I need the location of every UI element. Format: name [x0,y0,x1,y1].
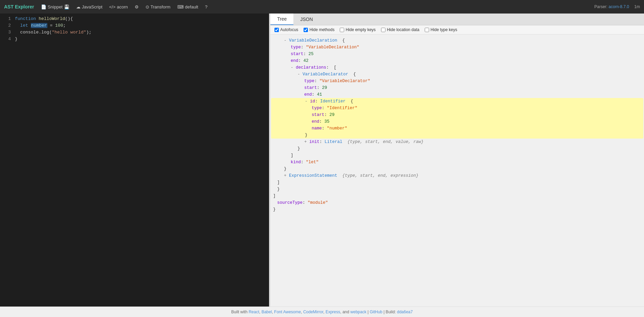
tab-tree[interactable]: Tree [270,14,293,25]
main-area: 1 function helloWorld(){ 2 let number = … [0,14,644,307]
help-icon: ? [205,4,207,9]
footer-link-github[interactable]: GitHub [370,310,382,314]
opt-hide-type-keys[interactable]: Hide type keys [425,27,457,32]
tree-close-vardecl: } [284,166,644,172]
tree-prop-vd-end: end: 41 [304,91,644,98]
tree-prop-id-start: start: 29 [312,112,643,118]
help-button[interactable]: ? [202,3,210,11]
cloud-icon: ☁ [76,4,81,9]
tree-node-init[interactable]: + init: Literal {type, start, end, value… [304,139,644,145]
keyboard-icon: ⌨ [177,4,184,9]
footer-link-react[interactable]: React [249,310,259,314]
transform-button[interactable]: ⊙ Transform [143,3,173,11]
ast-pane: Tree JSON Autofocus Hide methods Hide em… [270,14,644,307]
hide-methods-checkbox[interactable] [304,28,308,32]
tree-close-fn: } [277,186,644,193]
tree-node-declarations[interactable]: - declarations: [ [291,64,644,71]
opt-hide-methods[interactable]: Hide methods [304,27,334,32]
parser-prefix: Parser: [594,4,608,9]
collapse-declarator-icon[interactable]: - [297,71,303,77]
tree-prop-id-end: end: 35 [312,118,643,125]
tree-close-id: } [305,132,643,139]
opt-hide-empty-keys[interactable]: Hide empty keys [340,27,376,32]
autofocus-checkbox[interactable] [274,28,279,32]
hide-location-checkbox[interactable] [381,28,385,32]
line-number-3: 3 [3,30,11,35]
tree-node-vardecl[interactable]: - VariableDeclaration { [284,37,644,44]
footer-link-build[interactable]: dda6ea7 [397,310,413,314]
language-label: JavaScript [82,4,103,9]
default-button[interactable]: ⌨ default [175,3,201,11]
snippet-icon: 📄 [41,4,46,9]
tree-node-exprstmt[interactable]: + ExpressionStatement {type, start, end,… [284,172,644,179]
tree-node-vardeclarator[interactable]: - VariableDeclarator { [297,71,644,78]
collapse-id-icon[interactable]: - [305,98,310,104]
footer-and: and [342,310,350,314]
tree-view[interactable]: - VariableDeclaration { type: "VariableD… [270,34,644,307]
tree-prop-vd-type: type: "VariableDeclarator" [304,78,644,84]
code-line-3: 3 console.log("hello world"); [0,30,269,36]
hide-location-label: Hide location data [387,27,419,32]
timestamp: 1m [634,4,640,9]
gear-icon: ⚙ [135,4,139,9]
language-button[interactable]: ☁ JavaScript [73,3,105,11]
tree-close-body: ] [277,179,644,186]
hide-type-keys-label: Hide type keys [430,27,457,32]
code-line-4: 4 } [0,36,269,43]
footer-build-prefix: | Build: [383,310,397,314]
parser-button[interactable]: </> acorn [107,3,131,11]
tree-prop-start: start: 25 [291,51,644,57]
tree-node-id[interactable]: - id: Identifier { [305,98,643,105]
expand-exprstmt-icon[interactable]: + [284,173,289,179]
code-content-3: console.log("hello world"); [15,30,91,35]
tree-close-vd: } [297,145,644,152]
parser-label: acorn [117,4,128,9]
hide-empty-keys-label: Hide empty keys [346,27,376,32]
snippet-button[interactable]: 📄 Snippet 💾 [38,3,72,11]
tree-close-arr: ] [270,193,644,199]
tree-close-declarations: ] [291,152,644,159]
hide-empty-keys-checkbox[interactable] [340,28,344,32]
footer-link-codemirror[interactable]: CodeMirror [303,310,323,314]
options-bar: Autofocus Hide methods Hide empty keys H… [270,25,644,34]
autofocus-label: Autofocus [280,27,298,32]
opt-hide-location-data[interactable]: Hide location data [381,27,419,32]
footer-text: Built with [231,310,248,314]
save-icon: 💾 [64,4,69,9]
default-label: default [185,4,198,9]
line-number-1: 1 [3,16,11,21]
line-number-2: 2 [3,23,11,28]
topnav: AST Explorer 📄 Snippet 💾 ☁ JavaScript </… [0,0,644,14]
expand-init-icon[interactable]: + [304,139,309,145]
brand-text: AST Explorer [4,4,34,9]
line-number-4: 4 [3,36,11,42]
snippet-label: Snippet [48,4,63,9]
tree-prop-end: end: 42 [291,57,644,64]
ast-tabs: Tree JSON [270,14,644,25]
footer-link-webpack[interactable]: webpack [350,310,366,314]
footer-link-fontawesome[interactable]: Font Awesome [274,310,301,314]
collapse-icon[interactable]: - [284,38,289,44]
tree-prop-id-type: type: "Identifier" [312,105,643,112]
collapse-declarations-icon[interactable]: - [291,65,296,71]
settings-button[interactable]: ⚙ [132,3,141,11]
footer-link-express[interactable]: Express [326,310,340,314]
code-editor[interactable]: 1 function helloWorld(){ 2 let number = … [0,14,269,307]
code-content-2: let number = 100; [15,23,66,28]
hide-type-keys-checkbox[interactable] [425,28,429,32]
tree-prop-id-name: name: "number" [312,125,643,132]
tree-prop-vd-start: start: 29 [304,84,644,91]
opt-autofocus[interactable]: Autofocus [274,27,298,32]
code-line-2: 2 let number = 100; [0,23,269,30]
footer-link-babel[interactable]: Babel [262,310,272,314]
transform-label: Transform [151,4,171,9]
parser-version-link[interactable]: acorn-8.7.0 [608,4,629,9]
code-line-1: 1 function helloWorld(){ [0,16,269,23]
brand-logo: AST Explorer [4,4,34,9]
tab-json[interactable]: JSON [293,14,319,25]
transform-icon: ⊙ [146,4,149,9]
code-content-1: function helloWorld(){ [15,16,73,21]
code-icon: </> [109,4,116,9]
code-content-4: } [15,36,18,42]
tree-prop-kind: kind: "let" [291,159,644,166]
